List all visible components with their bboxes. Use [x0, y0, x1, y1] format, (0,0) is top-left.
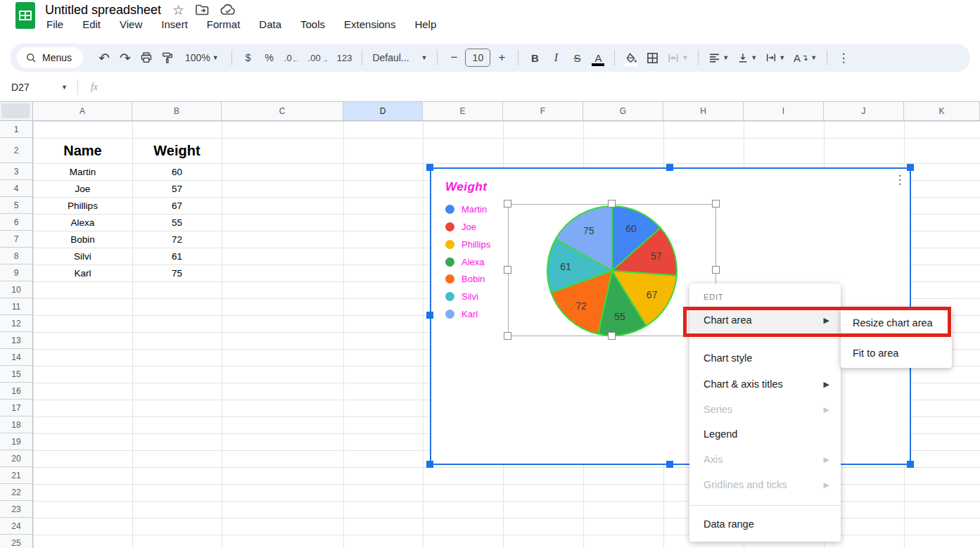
menu-data[interactable]: Data	[259, 18, 281, 30]
row-header-17[interactable]: 17	[0, 400, 33, 416]
menu-item-data-range[interactable]: Data range	[689, 511, 841, 537]
row-header-4[interactable]: 4	[0, 180, 33, 197]
chart-selection-handle[interactable]	[426, 312, 433, 319]
row-header-11[interactable]: 11	[0, 298, 33, 315]
column-header-E[interactable]: E	[423, 102, 503, 121]
text-rotation-button[interactable]: A↴ ▼	[790, 48, 820, 68]
chart-area-resize-handle[interactable]	[504, 266, 511, 274]
row-header-3[interactable]: 3	[0, 163, 33, 180]
row-header-22[interactable]: 22	[0, 484, 33, 501]
name-box-dropdown-icon[interactable]: ▼	[61, 84, 68, 91]
zoom-select[interactable]: 100%▼	[182, 48, 222, 68]
menu-help[interactable]: Help	[414, 18, 436, 30]
row-header-9[interactable]: 9	[0, 265, 33, 281]
row-header-18[interactable]: 18	[0, 416, 33, 433]
name-box[interactable]: D27	[0, 82, 59, 93]
submenu-item-fit-to-area[interactable]: Fit to area	[841, 338, 952, 368]
column-header-K[interactable]: K	[904, 102, 980, 121]
row-header-5[interactable]: 5	[0, 197, 33, 214]
column-header-D[interactable]: D	[343, 102, 423, 121]
undo-button[interactable]: ↶	[94, 48, 114, 68]
row-header-14[interactable]: 14	[0, 349, 33, 366]
text-color-button[interactable]: A	[588, 48, 608, 68]
chart-selection-handle[interactable]	[907, 461, 914, 468]
horizontal-align-button[interactable]: ▼	[705, 48, 732, 68]
chart-area-resize-handle[interactable]	[504, 200, 511, 208]
chart-area-resize-handle[interactable]	[712, 266, 720, 274]
row-header-1[interactable]: 1	[0, 121, 33, 138]
text-wrap-button[interactable]: ▼	[762, 48, 789, 68]
borders-button[interactable]	[642, 48, 662, 68]
cell-A9[interactable]: Karl	[33, 265, 132, 281]
cell-A3[interactable]: Martin	[33, 163, 132, 180]
more-formats-button[interactable]: 123	[333, 48, 356, 68]
row-header-16[interactable]: 16	[0, 383, 33, 400]
chart-area-resize-handle[interactable]	[712, 200, 720, 208]
chart-selection-handle[interactable]	[666, 461, 673, 468]
menu-item-chart-axis-titles[interactable]: Chart & axis titles▶	[689, 371, 841, 397]
chart-selection-handle[interactable]	[907, 164, 914, 171]
paint-format-button[interactable]	[158, 48, 177, 68]
print-button[interactable]	[136, 48, 156, 68]
cell-A6[interactable]: Alexa	[33, 214, 132, 231]
row-header-25[interactable]: 25	[0, 535, 33, 548]
increase-font-size-button[interactable]: +	[492, 48, 511, 68]
decrease-decimal-button[interactable]: .0←	[281, 48, 303, 68]
cell-A4[interactable]: Joe	[33, 180, 132, 197]
row-header-12[interactable]: 12	[0, 315, 33, 332]
more-toolbar-options-button[interactable]: ⋮	[834, 48, 853, 68]
increase-decimal-button[interactable]: .00→	[305, 48, 332, 68]
row-header-20[interactable]: 20	[0, 450, 33, 467]
menu-edit[interactable]: Edit	[82, 18, 101, 30]
row-header-15[interactable]: 15	[0, 366, 33, 383]
cell-A5[interactable]: Phillips	[33, 197, 132, 214]
fill-color-button[interactable]	[621, 48, 641, 68]
menu-view[interactable]: View	[120, 18, 142, 30]
row-header-24[interactable]: 24	[0, 518, 33, 535]
bold-button[interactable]: B	[525, 48, 545, 68]
chart-more-options-button[interactable]: ⋮	[893, 172, 906, 188]
cell-A2[interactable]: Name	[33, 138, 132, 163]
chart-selection-handle[interactable]	[666, 164, 673, 171]
row-header-19[interactable]: 19	[0, 433, 33, 450]
column-header-B[interactable]: B	[132, 102, 222, 121]
font-family-select[interactable]: Defaul...▼	[369, 48, 431, 68]
select-all-corner[interactable]	[0, 102, 33, 121]
chart-area-resize-handle[interactable]	[608, 332, 616, 340]
document-title[interactable]: Untitled spreadsheet	[45, 3, 161, 18]
cell-B8[interactable]: 61	[132, 248, 222, 265]
row-header-13[interactable]: 13	[0, 332, 33, 349]
chart-area-resize-handle[interactable]	[608, 200, 616, 208]
italic-button[interactable]: I	[546, 48, 566, 68]
column-header-A[interactable]: A	[33, 102, 132, 121]
star-icon[interactable]: ☆	[172, 4, 184, 17]
menu-item-chart-style[interactable]: Chart style	[689, 345, 841, 371]
sheets-logo-icon[interactable]	[15, 2, 35, 29]
menu-tools[interactable]: Tools	[300, 18, 325, 30]
column-header-I[interactable]: I	[744, 102, 824, 121]
chart-selection-handle[interactable]	[426, 461, 433, 468]
column-header-J[interactable]: J	[824, 102, 904, 121]
row-header-6[interactable]: 6	[0, 214, 33, 231]
menu-file[interactable]: File	[46, 18, 63, 30]
font-size-input[interactable]: 10	[465, 49, 490, 67]
menu-extensions[interactable]: Extensions	[344, 18, 395, 30]
cell-A8[interactable]: Silvi	[33, 248, 132, 265]
row-header-23[interactable]: 23	[0, 501, 33, 518]
vertical-align-button[interactable]: ▼	[734, 48, 761, 68]
menu-item-legend[interactable]: Legend	[689, 421, 841, 447]
cell-B7[interactable]: 72	[132, 231, 222, 248]
cell-B9[interactable]: 75	[132, 265, 222, 281]
row-header-21[interactable]: 21	[0, 467, 33, 484]
menu-format[interactable]: Format	[207, 18, 241, 30]
redo-button[interactable]: ↷	[115, 48, 135, 68]
menus-search-button[interactable]: Menus	[17, 47, 83, 68]
strikethrough-button[interactable]: S	[567, 48, 587, 68]
format-percent-button[interactable]: %	[260, 48, 279, 68]
cell-B5[interactable]: 67	[132, 197, 222, 214]
cell-B4[interactable]: 57	[132, 180, 222, 197]
move-folder-icon[interactable]	[196, 4, 209, 15]
column-header-C[interactable]: C	[222, 102, 343, 121]
row-header-7[interactable]: 7	[0, 231, 33, 248]
column-header-F[interactable]: F	[503, 102, 583, 121]
